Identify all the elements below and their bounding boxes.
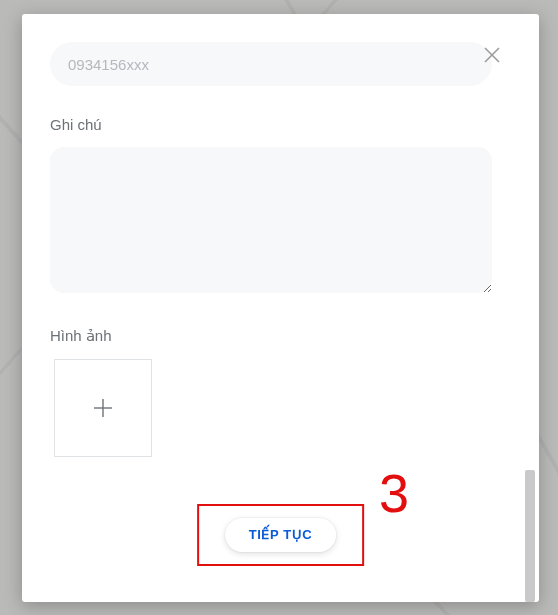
cta-container: TIẾP TỤC: [197, 504, 365, 566]
modal-dialog: Ghi chú Hình ảnh 3 TIẾP TỤC: [22, 14, 539, 602]
modal-scrollbar[interactable]: [525, 32, 535, 592]
continue-button[interactable]: TIẾP TỤC: [225, 518, 337, 552]
plus-icon: [91, 396, 115, 420]
close-icon: [484, 47, 500, 63]
step-annotation: 3: [379, 466, 409, 520]
image-upload-row: [50, 359, 511, 457]
add-image-button[interactable]: [54, 359, 152, 457]
scrollbar-thumb[interactable]: [525, 470, 535, 602]
note-label: Ghi chú: [50, 116, 511, 133]
note-textarea[interactable]: [50, 147, 492, 293]
close-button[interactable]: [479, 42, 505, 68]
phone-input[interactable]: [50, 42, 492, 86]
image-label: Hình ảnh: [50, 327, 511, 345]
cta-highlight-box: TIẾP TỤC: [197, 504, 365, 566]
